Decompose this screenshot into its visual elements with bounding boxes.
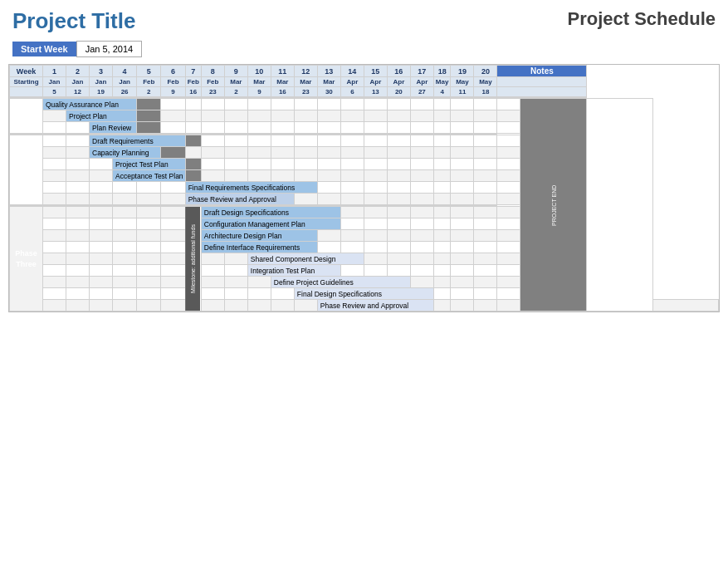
m-19: May: [451, 77, 474, 87]
task-qap-end: [137, 99, 161, 110]
project-title: Project Title: [12, 8, 135, 34]
d-14: 6: [340, 87, 364, 97]
m-12: Mar: [294, 77, 317, 87]
m-4: Jan: [113, 77, 137, 87]
phase-two-label: PhaseTwo: [10, 135, 43, 205]
task-dpg-bar: Define Project Guidelines: [271, 277, 410, 288]
m-3: Jan: [90, 77, 113, 87]
notes-month: [497, 77, 587, 87]
task-scd-bar: Shared Component Design: [247, 253, 364, 265]
m-18: May: [433, 77, 451, 87]
m-7: Feb: [185, 77, 201, 87]
task-ptp-bar: Project Test Plan: [113, 159, 186, 170]
m-20: May: [474, 77, 497, 87]
task-pp-end: [137, 110, 161, 122]
d-2: 12: [66, 87, 90, 97]
m-1: Jan: [43, 77, 66, 87]
m-10: Mar: [247, 77, 271, 87]
d-9: 2: [224, 87, 247, 97]
d-3: 19: [90, 87, 113, 97]
week-19: 19: [451, 66, 474, 77]
d-8: 23: [201, 87, 224, 97]
m-16: Apr: [387, 77, 410, 87]
m-6: Feb: [161, 77, 185, 87]
d-4: 26: [113, 87, 137, 97]
task-fds-bar: Final Design Specifications: [294, 288, 433, 300]
task-row-qap: PhaseOne Quality Assurance Plan: [10, 99, 719, 110]
d-19: 11: [451, 87, 474, 97]
task-dir-bar: Define Interface Requirements: [201, 242, 317, 253]
m-13: Mar: [317, 77, 340, 87]
d-13: 30: [317, 87, 340, 97]
d-20: 18: [474, 87, 497, 97]
m-17: Apr: [410, 77, 433, 87]
task-ptp-end: [185, 159, 201, 170]
week-4: 4: [113, 66, 137, 77]
d-10: 9: [247, 87, 271, 97]
task-adp-bar: Architecture Design Plan: [201, 230, 317, 242]
m-9: Mar: [224, 77, 247, 87]
task-atp-end: [185, 170, 201, 182]
week-12: 12: [294, 66, 317, 77]
start-week-value: Jan 5, 2014: [76, 41, 143, 57]
task-dr-bar: Draft Requirements: [90, 135, 186, 147]
project-end-bar: PROJECT END: [520, 99, 587, 312]
d-7: 16: [185, 87, 201, 97]
m-2: Jan: [66, 77, 90, 87]
notes-day: [497, 87, 587, 97]
phase-three-label: PhaseThree: [10, 207, 43, 312]
task-pra1-bar: Phase Review and Approval: [185, 194, 294, 205]
m-15: Apr: [364, 77, 387, 87]
week-20: 20: [474, 66, 497, 77]
week-7: 7: [185, 66, 201, 77]
week-13: 13: [317, 66, 340, 77]
m-5: Feb: [137, 77, 161, 87]
week-11: 11: [271, 66, 294, 77]
d-6: 9: [161, 87, 185, 97]
empty-starting: [10, 87, 43, 97]
week-14: 14: [340, 66, 364, 77]
schedule-title: Project Schedule: [567, 8, 716, 30]
m-11: Mar: [271, 77, 294, 87]
week-header: Week: [10, 66, 43, 77]
task-cmp-bar: Configuration Management Plan: [201, 218, 340, 230]
app-container: Project Title Project Schedule Start Wee…: [8, 8, 720, 312]
week-num-row: Week 1 2 3 4 5 6 7 8 9 10 11 12 13 14 15…: [10, 66, 719, 77]
header: Project Title Project Schedule: [8, 8, 720, 34]
start-week-row: Start Week Jan 5, 2014: [8, 41, 720, 57]
d-15: 13: [364, 87, 387, 97]
week-6: 6: [161, 66, 185, 77]
m-14: Apr: [340, 77, 364, 87]
d-5: 2: [137, 87, 161, 97]
week-15: 15: [364, 66, 387, 77]
notes-area: [587, 99, 652, 312]
d-17: 27: [410, 87, 433, 97]
week-5: 5: [137, 66, 161, 77]
d-18: 4: [433, 87, 451, 97]
task-pr1-end: [137, 122, 161, 134]
start-week-label: Start Week: [12, 42, 76, 56]
week-2: 2: [66, 66, 90, 77]
week-16: 16: [387, 66, 410, 77]
gantt-table: Week 1 2 3 4 5 6 7 8 9 10 11 12 13 14 15…: [9, 65, 719, 312]
d-11: 16: [271, 87, 294, 97]
d-1: 5: [43, 87, 66, 97]
phase-one-label: PhaseOne: [10, 99, 43, 134]
week-3: 3: [90, 66, 113, 77]
task-cp-bar: Capacity Planning: [90, 147, 161, 159]
task-pp-bar: Project Plan: [66, 110, 137, 122]
task-cp-end: [161, 147, 185, 159]
task-dds-bar: Draft Design Specifications: [201, 207, 340, 218]
task-pr1-bar: Plan Review: [90, 122, 137, 134]
milestone-bar: Milestone: additional funds: [185, 207, 201, 312]
week-9: 9: [224, 66, 247, 77]
task-qap-bar: Quality Assurance Plan: [43, 99, 137, 110]
week-18: 18: [433, 66, 451, 77]
notes-header: Notes: [497, 66, 587, 77]
week-1: 1: [43, 66, 66, 77]
starting-day-row: 5 12 19 26 2 9 16 23 2 9 16 23 30 6 13 2…: [10, 87, 719, 97]
week-17: 17: [410, 66, 433, 77]
task-atp-bar: Acceptance Test Plan: [113, 170, 186, 182]
m-8: Feb: [201, 77, 224, 87]
task-itp-bar: Integration Test Plan: [247, 265, 340, 277]
